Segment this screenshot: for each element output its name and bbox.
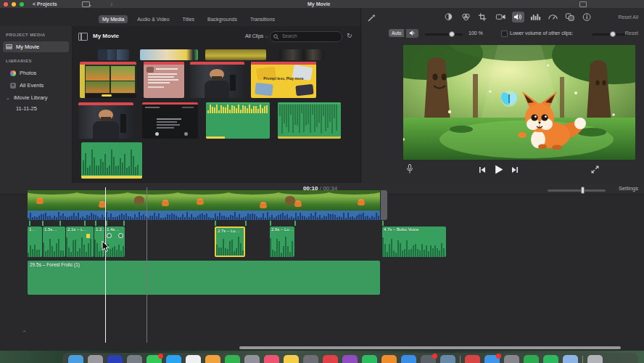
enhance-wand-icon[interactable] bbox=[367, 14, 376, 23]
dock-app-icon[interactable] bbox=[484, 355, 500, 363]
previous-frame-button[interactable] bbox=[479, 166, 486, 174]
audio-thumbnail[interactable] bbox=[206, 102, 270, 139]
media-thumbnail[interactable] bbox=[140, 49, 198, 60]
media-thumbnail-webcam[interactable] bbox=[190, 62, 244, 98]
dock-app-icon[interactable] bbox=[342, 355, 358, 363]
chevron-down-icon[interactable]: ⌄ bbox=[6, 95, 10, 101]
dock-app-icon[interactable] bbox=[303, 355, 318, 363]
dock-app-icon[interactable] bbox=[107, 355, 123, 363]
volume-icon[interactable] bbox=[512, 12, 524, 23]
dock-app-icon[interactable] bbox=[401, 355, 416, 363]
clip-trim-handle[interactable] bbox=[381, 190, 387, 220]
tab-backgrounds[interactable]: Backgrounds bbox=[204, 15, 241, 23]
share-icon[interactable] bbox=[579, 1, 587, 7]
other-clips-slider[interactable] bbox=[592, 33, 625, 36]
timeline-zoom-slider[interactable] bbox=[548, 189, 606, 192]
timeline-horizontal-scrollbar[interactable] bbox=[239, 346, 621, 349]
refresh-icon[interactable]: ↻ bbox=[347, 32, 352, 39]
tab-my-media[interactable]: My Media bbox=[99, 15, 128, 23]
dock-app-icon[interactable] bbox=[186, 355, 201, 363]
auto-volume-button[interactable]: Auto bbox=[389, 29, 404, 37]
dock-app-icon[interactable] bbox=[284, 355, 299, 363]
next-frame-button[interactable] bbox=[511, 166, 519, 174]
timeline-settings-button[interactable]: Settings bbox=[619, 185, 638, 192]
media-thumbnail-promo[interactable]: Prompt less, Play more bbox=[251, 62, 316, 98]
dock-app-icon[interactable] bbox=[587, 355, 603, 363]
sidebar-item-imovie-library[interactable]: ⌄ iMovie Library bbox=[3, 92, 69, 103]
media-thumbnail[interactable] bbox=[205, 49, 266, 60]
tab-titles[interactable]: Titles bbox=[179, 15, 198, 23]
media-thumbnail-fox-collage[interactable] bbox=[80, 62, 136, 98]
search-field[interactable] bbox=[270, 31, 342, 42]
fade-handle-icon[interactable] bbox=[118, 233, 123, 238]
crop-icon[interactable] bbox=[477, 12, 490, 23]
dock-app-icon[interactable] bbox=[88, 355, 103, 363]
audio-thumbnail[interactable] bbox=[81, 142, 142, 179]
dock-app-icon[interactable] bbox=[421, 355, 436, 363]
dock-app-icon[interactable] bbox=[244, 355, 260, 363]
volume-slider-knob[interactable] bbox=[449, 31, 455, 37]
audio-clip-1[interactable]: 1… bbox=[28, 227, 42, 257]
dock-app-icon[interactable] bbox=[68, 355, 83, 363]
audio-clip-4-7s-bobo-voice[interactable]: 4.7s – Bobo Voice bbox=[382, 227, 446, 257]
dock-app-icon[interactable] bbox=[264, 355, 279, 363]
speed-icon[interactable] bbox=[547, 12, 559, 23]
zoom-window-button[interactable] bbox=[20, 2, 24, 7]
playhead[interactable] bbox=[105, 187, 106, 343]
media-thumbnail[interactable] bbox=[279, 49, 324, 60]
video-clip[interactable] bbox=[28, 190, 380, 211]
dock-app-icon[interactable] bbox=[563, 355, 578, 363]
search-input[interactable] bbox=[281, 33, 340, 39]
media-thumbnail-screen[interactable] bbox=[142, 102, 198, 139]
audio-clip-2-1s-l[interactable]: 2.1s – L… bbox=[66, 227, 94, 257]
close-window-button[interactable] bbox=[4, 2, 8, 7]
download-arrow-icon[interactable]: ↓ bbox=[110, 1, 113, 7]
media-thumbnail-notes[interactable] bbox=[144, 62, 184, 98]
media-thumbnail[interactable] bbox=[98, 49, 129, 60]
audio-clip-1-5s[interactable]: 1.5s… bbox=[43, 227, 65, 257]
lower-volume-checkbox[interactable] bbox=[501, 30, 508, 37]
audio-clip-2-6s-lu[interactable]: 2.6s – Lu… bbox=[270, 227, 294, 257]
music-clip[interactable]: 29.5s – Forest Frolic (1) bbox=[28, 261, 380, 295]
dock[interactable] bbox=[62, 353, 638, 363]
viewer-canvas[interactable] bbox=[403, 45, 635, 160]
timeline-zoom-knob[interactable] bbox=[581, 187, 585, 194]
voiceover-mic-icon[interactable] bbox=[406, 164, 413, 174]
play-button[interactable] bbox=[494, 165, 503, 174]
dock-app-icon[interactable] bbox=[543, 355, 558, 363]
dock-app-icon[interactable] bbox=[524, 355, 539, 363]
tab-audio-video[interactable]: Audio & Video bbox=[133, 15, 173, 23]
dock-app-icon[interactable] bbox=[381, 355, 397, 363]
volume-slider[interactable] bbox=[425, 33, 463, 36]
dock-app-icon[interactable] bbox=[504, 355, 519, 363]
dock-app-icon[interactable] bbox=[127, 355, 142, 363]
clip-filter-dropdown[interactable]: All Clips ⌵ bbox=[245, 33, 269, 39]
dock-app-icon[interactable] bbox=[205, 355, 220, 363]
other-clips-slider-knob[interactable] bbox=[610, 31, 616, 37]
sidebar-item-all-events[interactable]: All Events bbox=[7, 80, 69, 91]
effects-icon[interactable] bbox=[564, 12, 577, 23]
sidebar-item-my-movie[interactable]: My Movie bbox=[3, 41, 69, 52]
dock-app-icon[interactable] bbox=[146, 355, 162, 363]
fade-handle-icon[interactable] bbox=[107, 233, 112, 238]
dock-app-icon[interactable] bbox=[362, 355, 377, 363]
fullscreen-icon[interactable] bbox=[591, 166, 599, 174]
dock-app-icon[interactable] bbox=[440, 355, 455, 363]
info-icon[interactable] bbox=[582, 12, 594, 23]
mute-speaker-button[interactable] bbox=[406, 29, 418, 38]
reset-all-button[interactable]: Reset All bbox=[618, 15, 638, 20]
minimize-window-button[interactable] bbox=[12, 2, 16, 7]
dock-app-icon[interactable] bbox=[166, 355, 181, 363]
import-media-icon[interactable] bbox=[82, 1, 90, 7]
tab-transitions[interactable]: Transitions bbox=[247, 15, 278, 23]
reset-button[interactable]: Reset bbox=[625, 30, 638, 36]
audio-thumbnail[interactable] bbox=[278, 102, 341, 139]
sidebar-item-date[interactable]: 11-11-25 bbox=[13, 103, 69, 114]
noise-reduction-icon[interactable] bbox=[529, 12, 542, 23]
sidebar-item-photos[interactable]: Photos bbox=[7, 68, 69, 78]
dock-app-icon[interactable] bbox=[225, 355, 240, 363]
audio-clip-2-7s-lu[interactable]: 2.7s – Lu… bbox=[215, 227, 245, 257]
dock-app-icon[interactable] bbox=[465, 355, 480, 363]
sidebar-toggle-icon[interactable] bbox=[78, 33, 88, 41]
dock-app-icon[interactable] bbox=[323, 355, 338, 363]
